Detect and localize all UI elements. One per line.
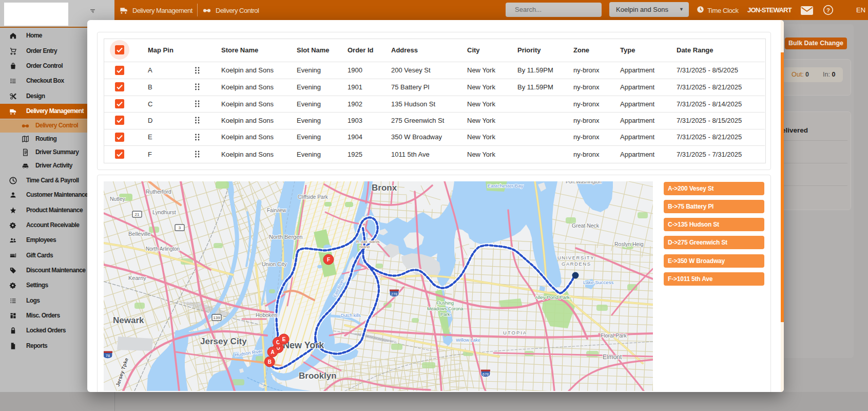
- svg-text:Port Washington: Port Washington: [566, 181, 602, 184]
- svg-text:21: 21: [135, 212, 140, 217]
- svg-text:Rutherford: Rutherford: [146, 189, 171, 195]
- svg-text:Newark: Newark: [113, 315, 144, 325]
- svg-text:New York: New York: [283, 340, 324, 350]
- svg-text:GARDENS: GARDENS: [562, 261, 591, 267]
- svg-text:Union City: Union City: [262, 261, 287, 267]
- svg-text:Floral Park: Floral Park: [601, 332, 627, 339]
- svg-text:Meadows Corona: Meadows Corona: [427, 306, 464, 311]
- svg-text:Hoboken: Hoboken: [256, 312, 277, 318]
- svg-text:F: F: [327, 257, 330, 263]
- svg-text:Kearny: Kearny: [128, 275, 146, 281]
- svg-text:UTOPIA: UTOPIA: [503, 330, 527, 335]
- svg-text:Island: Island: [359, 245, 370, 249]
- svg-text:North Bergen: North Bergen: [269, 234, 302, 240]
- svg-text:UNIVERSITY: UNIVERSITY: [557, 255, 594, 260]
- svg-text:Fairview: Fairview: [267, 208, 286, 213]
- svg-text:Brooklyn: Brooklyn: [299, 371, 337, 381]
- svg-text:Lyndhurst: Lyndhurst: [152, 209, 176, 215]
- svg-text:Flushing: Flushing: [436, 301, 454, 306]
- svg-text:E: E: [282, 337, 286, 342]
- svg-text:Belleville: Belleville: [128, 231, 150, 237]
- svg-text:?: ?: [826, 7, 830, 13]
- svg-text:Park: Park: [440, 312, 450, 317]
- svg-text:78: 78: [106, 353, 110, 358]
- svg-text:Roslyn Heig: Roslyn Heig: [614, 241, 644, 247]
- svg-text:R..dall..wards: R..dall..wards: [356, 239, 380, 244]
- svg-text:139: 139: [213, 315, 220, 320]
- svg-text:Nutley: Nutley: [110, 196, 126, 202]
- svg-text:Eastchester Bay: Eastchester Bay: [488, 183, 523, 189]
- svg-text:Elmont: Elmont: [603, 353, 622, 361]
- svg-text:A: A: [271, 349, 274, 355]
- svg-text:Great Neck: Great Neck: [572, 222, 600, 229]
- svg-text:3: 3: [179, 226, 181, 230]
- svg-text:678: 678: [483, 372, 489, 377]
- svg-text:Willow Lake: Willow Lake: [456, 338, 480, 343]
- svg-text:Alley Pond Park: Alley Pond Park: [535, 294, 570, 300]
- svg-text:North Arlington: North Arlington: [146, 246, 180, 252]
- svg-text:Lake Success: Lake Success: [583, 279, 613, 285]
- svg-text:B: B: [268, 359, 272, 365]
- svg-text:Cliffside Park: Cliffside Park: [298, 194, 329, 200]
- svg-text:Jersey City: Jersey City: [200, 337, 247, 346]
- svg-text:Bronx: Bronx: [372, 183, 397, 193]
- svg-text:278: 278: [391, 292, 398, 296]
- svg-text:Dutch kills: Dutch kills: [341, 313, 361, 318]
